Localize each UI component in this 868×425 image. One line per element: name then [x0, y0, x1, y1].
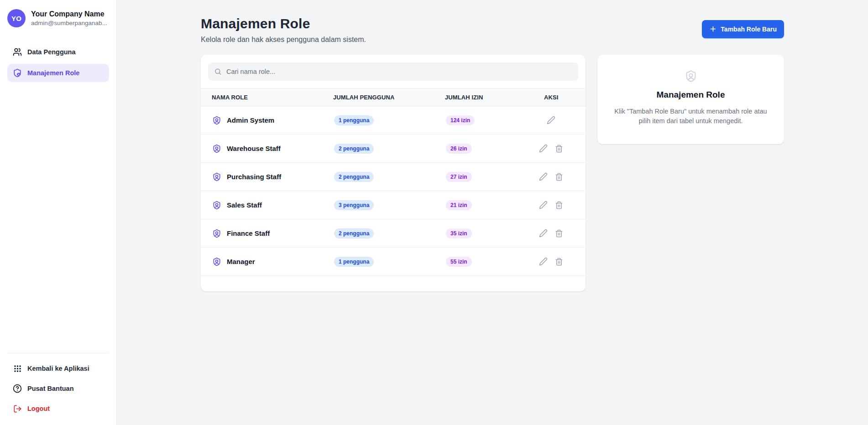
- app-window: YO Your Company Name admin@sumberpangana…: [0, 0, 868, 425]
- shield-user-icon: [685, 70, 697, 83]
- sidebar-item-label: Data Pengguna: [27, 48, 76, 56]
- permissions-count-badge: 26 izin: [446, 144, 472, 154]
- column-header-jumlah-pengguna: JUMLAH PENGGUNA: [322, 94, 434, 101]
- info-panel: Manajemen Role Klik "Tambah Role Baru" u…: [597, 55, 784, 144]
- sidebar-item-kembali-ke-aplikasi[interactable]: Kembali ke Aplikasi: [7, 359, 109, 378]
- delete-role-button[interactable]: [555, 201, 563, 209]
- table-header-row: NAMA ROLE JUMLAH PENGGUNA JUMLAH IZIN AK…: [201, 88, 586, 106]
- role-table-card: NAMA ROLE JUMLAH PENGGUNA JUMLAH IZIN AK…: [201, 55, 586, 291]
- users-count-badge: 3 pengguna: [334, 200, 374, 210]
- edit-role-button[interactable]: [539, 144, 548, 153]
- add-role-button-label: Tambah Role Baru: [721, 26, 777, 33]
- permissions-count-badge: 124 izin: [446, 115, 475, 125]
- role-shield-icon: [212, 229, 221, 238]
- column-header-aksi: AKSI: [533, 94, 586, 101]
- sidebar-footer: Kembali ke Aplikasi Pusat Bantuan Logout: [7, 353, 109, 418]
- role-shield-icon: [212, 172, 221, 181]
- edit-role-button[interactable]: [539, 201, 548, 209]
- users-count-badge: 2 pengguna: [334, 144, 374, 154]
- company-profile: YO Your Company Name admin@sumberpangana…: [7, 9, 109, 27]
- info-panel-description: Klik "Tambah Role Baru" untuk menambah r…: [613, 107, 769, 126]
- role-name: Admin System: [227, 116, 274, 124]
- company-name: Your Company Name: [31, 9, 107, 19]
- edit-role-button[interactable]: [539, 229, 548, 238]
- role-name: Sales Staff: [227, 201, 262, 209]
- role-shield-icon: [212, 116, 221, 125]
- sidebar-item-label: Manajemen Role: [27, 69, 79, 77]
- page-header: Manajemen Role Kelola role dan hak akses…: [201, 16, 784, 44]
- delete-role-button[interactable]: [555, 172, 563, 181]
- search-icon: [214, 68, 222, 76]
- company-email: admin@sumberpanganab...: [31, 19, 107, 27]
- edit-role-button[interactable]: [539, 257, 548, 266]
- delete-role-button[interactable]: [555, 257, 563, 266]
- role-shield-icon: [212, 144, 221, 153]
- table-row[interactable]: Purchasing Staff 2 pengguna 27 izin: [201, 163, 586, 191]
- table-footer-spacer: [201, 276, 586, 291]
- page-subtitle: Kelola role dan hak akses pengguna dalam…: [201, 35, 366, 44]
- apps-grid-icon: [13, 364, 22, 373]
- sidebar-item-label: Logout: [27, 405, 50, 412]
- users-icon: [13, 47, 22, 57]
- plus-icon: [709, 25, 717, 33]
- column-header-jumlah-izin: JUMLAH IZIN: [434, 94, 533, 101]
- column-header-nama-role: NAMA ROLE: [201, 94, 322, 101]
- sidebar-item-manajemen-role[interactable]: Manajemen Role: [7, 64, 109, 82]
- delete-role-button[interactable]: [555, 229, 563, 238]
- search-input[interactable]: [208, 62, 578, 81]
- users-count-badge: 2 pengguna: [334, 172, 374, 182]
- role-name: Manager: [227, 258, 255, 265]
- table-row[interactable]: Warehouse Staff 2 pengguna 26 izin: [201, 135, 586, 163]
- users-count-badge: 1 pengguna: [334, 257, 374, 267]
- table-row[interactable]: Manager 1 pengguna 55 izin: [201, 248, 586, 276]
- role-shield-icon: [212, 201, 221, 210]
- sidebar-item-data-pengguna[interactable]: Data Pengguna: [7, 43, 109, 61]
- table-row[interactable]: Finance Staff 2 pengguna 35 izin: [201, 219, 586, 248]
- sidebar: YO Your Company Name admin@sumberpangana…: [0, 0, 117, 425]
- role-name: Purchasing Staff: [227, 173, 281, 181]
- sidebar-nav: Data Pengguna Manajemen Role: [7, 43, 109, 353]
- role-name: Finance Staff: [227, 229, 270, 237]
- sidebar-item-label: Kembali ke Aplikasi: [27, 365, 89, 372]
- search-box: [208, 62, 578, 81]
- role-name: Warehouse Staff: [227, 145, 281, 152]
- users-count-badge: 2 pengguna: [334, 228, 374, 238]
- delete-role-button[interactable]: [555, 144, 563, 153]
- add-role-button[interactable]: Tambah Role Baru: [702, 20, 784, 38]
- edit-role-button[interactable]: [547, 116, 555, 124]
- table-row[interactable]: Sales Staff 3 pengguna 21 izin: [201, 191, 586, 219]
- permissions-count-badge: 35 izin: [446, 228, 472, 238]
- sidebar-item-label: Pusat Bantuan: [27, 385, 74, 392]
- avatar: YO: [7, 9, 26, 27]
- page-title: Manajemen Role: [201, 16, 366, 32]
- sidebar-item-pusat-bantuan[interactable]: Pusat Bantuan: [7, 379, 109, 398]
- info-panel-title: Manajemen Role: [608, 90, 773, 100]
- logout-icon: [13, 404, 22, 413]
- role-shield-icon: [212, 257, 221, 266]
- shield-user-badge-icon: [13, 68, 22, 78]
- permissions-count-badge: 21 izin: [446, 200, 472, 210]
- permissions-count-badge: 27 izin: [446, 172, 472, 182]
- table-body: Admin System 1 pengguna 124 izin Warehou…: [201, 106, 586, 276]
- help-circle-icon: [13, 384, 22, 393]
- main-content: Manajemen Role Kelola role dan hak akses…: [117, 0, 868, 425]
- sidebar-item-logout[interactable]: Logout: [7, 399, 109, 418]
- users-count-badge: 1 pengguna: [334, 115, 374, 125]
- permissions-count-badge: 55 izin: [446, 257, 472, 267]
- edit-role-button[interactable]: [539, 172, 548, 181]
- table-row[interactable]: Admin System 1 pengguna 124 izin: [201, 106, 586, 135]
